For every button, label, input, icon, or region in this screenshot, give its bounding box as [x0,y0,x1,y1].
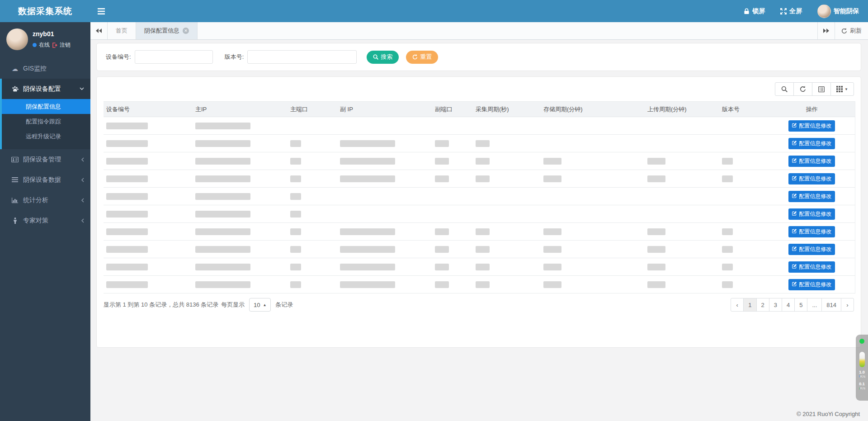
redacted-value [195,246,250,253]
next-page-button[interactable]: › [841,298,854,312]
close-icon[interactable]: ✕ [183,28,189,34]
fullscreen-button[interactable]: 全屏 [780,7,802,15]
tabs-scroll-left-button[interactable] [90,22,108,39]
sidebar-item-device-mgmt[interactable]: 阴保设备管理 [0,149,90,170]
lock-screen-button[interactable]: 锁屏 [744,7,765,15]
edit-config-label: 配置信息修改 [799,175,831,183]
sidebar-toggle-button[interactable] [90,0,112,22]
edit-config-button[interactable]: 配置信息修改 [788,261,835,273]
redacted-cell [288,241,337,258]
redacted-cell [541,117,645,135]
sidebar-item-expert-strategy[interactable]: 专家对策 [0,210,90,231]
edit-config-button[interactable]: 配置信息修改 [788,244,835,255]
page-button[interactable]: 4 [782,298,795,312]
refresh-table-button[interactable] [793,82,812,96]
search-button[interactable]: 搜索 [367,51,399,64]
redacted-value [195,193,250,200]
page-size-select[interactable]: 10 ▲ [249,298,271,312]
toggle-search-button[interactable] [775,82,794,96]
device-no-input[interactable] [135,50,213,64]
edit-config-button[interactable]: 配置信息修改 [788,138,835,149]
redacted-cell [432,276,473,293]
sidebar-menu: ☁ GIS监控 阴保设备配置 阴保配置信息 配置指令跟踪 [0,55,90,231]
edit-icon [792,140,797,147]
sidebar-item-device-data[interactable]: 阴保设备数据 [0,170,90,190]
sidebar-item-config-command-trace[interactable]: 配置指令跟踪 [2,114,90,129]
edit-config-button[interactable]: 配置信息修改 [788,279,835,290]
redacted-cell [193,276,288,293]
page-button[interactable]: 1 [743,298,756,312]
page-button[interactable]: 5 [794,298,807,312]
columns-button[interactable]: ▼ [830,82,854,96]
sidebar-item-gis-monitor[interactable]: ☁ GIS监控 [0,58,90,79]
sidebar-item-config-info[interactable]: 阴保配置信息 [2,99,90,114]
redacted-cell [473,152,541,170]
edit-config-button[interactable]: 配置信息修改 [788,120,835,132]
sidebar-avatar[interactable] [6,28,28,50]
edit-config-button[interactable]: 配置信息修改 [788,191,835,202]
online-status-icon [33,43,37,47]
edit-config-button[interactable]: 配置信息修改 [788,226,835,237]
redacted-cell [337,258,432,276]
sidebar-submenu: 阴保配置信息 配置指令跟踪 远程升级记录 [2,99,90,149]
prev-page-button[interactable]: ‹ [731,298,744,312]
page-button[interactable]: 814 [821,298,841,312]
redacted-value [476,140,490,147]
page-button[interactable]: ... [807,298,822,312]
tab-home[interactable]: 首页 [108,22,136,39]
network-monitor-widget[interactable]: 1.0 ↑K/s 0.1 ↓K/s [856,335,868,401]
copyright-footer: © 2021 RuoYi Copyright [797,411,860,417]
redacted-cell [645,223,719,241]
redacted-value [647,281,665,288]
sidebar-item-remote-upgrade-log[interactable]: 远程升级记录 [2,129,90,144]
redacted-value [722,281,733,288]
reset-button[interactable]: 重置 [406,51,438,64]
sidebar-item-device-config[interactable]: 阴保设备配置 [2,79,90,99]
logout-icon [52,43,57,48]
version-no-input[interactable] [247,50,357,64]
tab-config-info[interactable]: 阴保配置信息 ✕ [136,22,198,39]
redacted-value [340,175,395,182]
redacted-cell [104,258,193,276]
redacted-value [290,281,301,288]
redacted-cell [719,276,769,293]
redacted-value [476,246,490,253]
page-button[interactable]: 2 [756,298,769,312]
refresh-tab-button[interactable]: 刷新 [835,22,868,39]
toggle-view-button[interactable] [812,82,831,96]
tab-bar: 首页 阴保配置信息 ✕ 刷新 [90,22,868,40]
edit-icon [792,246,797,252]
table-row: 配置信息修改 [104,170,855,188]
tabs-scroll-right-button[interactable] [817,22,835,39]
page-button[interactable]: 3 [769,298,782,312]
logout-link[interactable]: 注销 [60,41,71,49]
redacted-cell [193,241,288,258]
redacted-cell [288,188,337,205]
redacted-value [195,175,250,182]
version-no-label: 版本号: [225,53,244,61]
table-row: 配置信息修改 [104,241,855,258]
redacted-cell [432,170,473,188]
edit-config-button[interactable]: 配置信息修改 [788,208,835,220]
redacted-value [476,158,490,165]
edit-config-button[interactable]: 配置信息修改 [788,173,835,184]
col-primary-port: 主端口 [288,102,337,117]
redacted-cell [193,170,288,188]
redacted-value [290,193,301,200]
redacted-value [435,246,449,253]
actions-cell: 配置信息修改 [769,205,855,223]
edit-config-button[interactable]: 配置信息修改 [788,156,835,167]
redacted-value [195,211,250,218]
redacted-cell [645,241,719,258]
redacted-value [647,228,665,235]
actions-cell: 配置信息修改 [769,223,855,241]
sidebar-item-statistics[interactable]: 统计分析 [0,190,90,210]
redacted-cell [719,170,769,188]
redacted-cell [645,170,719,188]
sidebar-item-label: 专家对策 [23,217,48,225]
redacted-cell [337,276,432,293]
redacted-value [435,264,449,270]
redacted-cell [104,170,193,188]
redacted-cell [473,205,541,223]
user-menu[interactable]: 智能阴保 [817,5,859,18]
